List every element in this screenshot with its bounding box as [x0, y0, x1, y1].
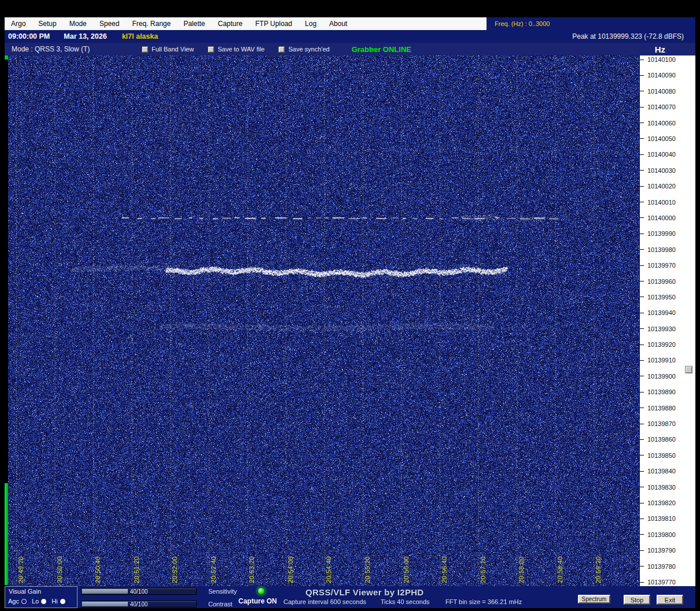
freq-label-row: 10139930 [640, 325, 676, 332]
checkbox-box-icon[interactable] [142, 46, 148, 53]
spectrum-button[interactable]: Spectrum [578, 595, 610, 603]
freq-tick [640, 123, 644, 123]
freq-tick [640, 249, 644, 250]
freq-label-row: 10140040 [640, 151, 676, 158]
checkbox-save-to-wav-file[interactable]: Save to WAV file [208, 46, 264, 53]
time-label: 20:58:00 [518, 556, 525, 583]
freq-label-row: 10140020 [640, 183, 676, 190]
time-label: 20:59:20 [595, 556, 602, 583]
gain-option-label: Lo [32, 598, 39, 605]
freq-label: 10140080 [647, 88, 676, 95]
freq-tick [640, 455, 644, 456]
freq-label-row: 10140100 [640, 56, 676, 64]
checkbox-box-icon[interactable] [208, 46, 214, 53]
menu-item-palette[interactable]: Palette [177, 17, 211, 30]
radio-icon[interactable] [41, 599, 46, 604]
gain-option-hi[interactable]: Hi [51, 598, 65, 605]
checkbox-label: Save synch'ed [288, 46, 329, 53]
freq-tick [640, 408, 644, 408]
freq-label-row: 10139970 [640, 262, 676, 269]
freq-label-row: 10139850 [640, 451, 676, 459]
freq-label: 10139770 [647, 579, 676, 586]
capture-status: Capture ON [238, 597, 277, 605]
time-label: 20:54:40 [325, 556, 332, 583]
sensitivity-slider[interactable]: 40/100 [81, 588, 197, 595]
freq-label-row: 10139770 [640, 579, 676, 586]
callsign-label: kl7l alaska [122, 32, 159, 40]
freq-tick [640, 345, 644, 345]
freq-label: 10139810 [647, 515, 676, 522]
menu-item-ftp-upload[interactable]: FTP Upload [249, 17, 299, 30]
freq-label: 10139920 [647, 341, 676, 348]
exit-button[interactable]: Exit [657, 595, 683, 605]
bottom-control-bar: Visual Gain AgcLoHi 40/100 40/100 Sensit… [5, 586, 695, 608]
contrast-value: 40/100 [82, 601, 196, 607]
contrast-label: Contrast [208, 601, 233, 608]
time-label: 20:54:00 [287, 556, 294, 583]
freq-tick [640, 487, 644, 487]
radio-icon[interactable] [60, 599, 65, 604]
frequency-scroll-thumb[interactable] [685, 366, 692, 373]
time-label: 20:55:20 [364, 556, 371, 583]
date-readout: Mar 13, 2026 [64, 32, 106, 40]
time-label: 20:58:40 [557, 556, 563, 583]
freq-label: 10139870 [647, 420, 676, 427]
menu-item-mode[interactable]: Mode [63, 17, 93, 30]
freq-label: 10139950 [647, 294, 676, 301]
time-label: 20:53:20 [248, 556, 255, 583]
menu-item-speed[interactable]: Speed [93, 17, 126, 30]
freq-tick [640, 392, 644, 392]
menu-item-about[interactable]: About [323, 17, 353, 30]
freq-label: 10139940 [647, 309, 676, 316]
freq-label-row: 10139820 [640, 499, 676, 507]
freq-label: 10139790 [647, 547, 676, 554]
freq-label: 10139820 [647, 499, 676, 506]
freq-label: 10139910 [647, 357, 676, 364]
menu-item-setup[interactable]: Setup [32, 17, 62, 30]
freq-tick [640, 60, 644, 60]
clock-readout: 09:00:00 PM [8, 32, 50, 40]
freq-label: 10139840 [647, 468, 676, 475]
time-label: 20:52:40 [210, 556, 217, 583]
freq-label-row: 10139830 [640, 483, 676, 491]
freq-label: 10139880 [647, 405, 676, 412]
freq-label-row: 10139960 [640, 277, 676, 285]
radio-icon[interactable] [21, 599, 27, 604]
grabber-status: Grabber ONLINE [352, 45, 411, 54]
time-label: 20:51:20 [133, 556, 140, 583]
freq-label-row: 10139860 [640, 436, 676, 443]
stop-button[interactable]: Stop [624, 595, 650, 605]
freq-tick [640, 186, 644, 187]
hz-unit-label: Hz [655, 45, 665, 54]
freq-tick [640, 376, 644, 376]
freq-label-row: 10139800 [640, 531, 676, 538]
menu-item-log[interactable]: Log [299, 17, 323, 30]
time-label: 20:50:40 [94, 556, 101, 583]
checkbox-full-band-view[interactable]: Full Band View [142, 46, 194, 53]
sensitivity-label: Sensitivity [208, 588, 237, 595]
freq-label: 10139780 [647, 563, 676, 570]
freq-label-row: 10139840 [640, 468, 676, 475]
freq-label-row: 10140000 [640, 214, 676, 221]
freq-label-row: 10139920 [640, 341, 676, 349]
freq-label: 10139930 [647, 325, 676, 332]
gain-option-lo[interactable]: Lo [32, 598, 46, 605]
checkbox-save-synch-ed[interactable]: Save synch'ed [278, 46, 329, 53]
spectrogram-canvas[interactable] [8, 55, 639, 586]
freq-label: 10139970 [647, 262, 676, 269]
gain-option-agc[interactable]: Agc [8, 598, 27, 605]
main-area: 20:49:2020:50:0020:50:4020:51:2020:52:00… [5, 55, 695, 586]
menu-item-freq-range[interactable]: Freq. Range [126, 17, 177, 30]
checkbox-box-icon[interactable] [278, 46, 285, 53]
freq-label-row: 10140030 [640, 166, 676, 174]
freq-label: 10140070 [647, 103, 676, 110]
menu-item-capture[interactable]: Capture [212, 17, 249, 30]
freq-tick [640, 550, 644, 551]
freq-tick [640, 313, 644, 313]
contrast-slider[interactable]: 40/100 [81, 601, 197, 608]
checkbox-label: Full Band View [152, 46, 194, 53]
menu-bar: ArgoSetupModeSpeedFreq. RangePaletteCapt… [5, 17, 695, 30]
menu-item-argo[interactable]: Argo [5, 17, 32, 30]
sensitivity-value: 40/100 [82, 588, 196, 594]
freq-label-row: 10139990 [640, 230, 676, 238]
